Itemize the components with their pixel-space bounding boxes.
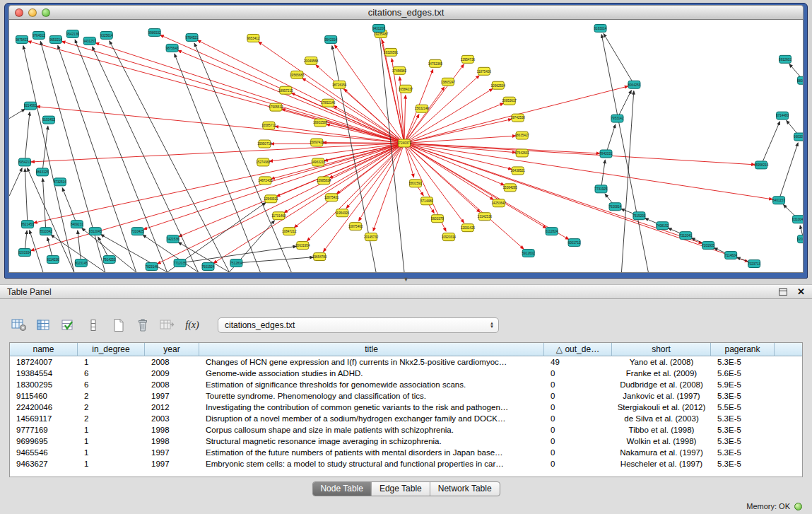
graph-node[interactable]: 7114824 [724, 252, 737, 259]
graph-node[interactable]: 20145732 [364, 233, 379, 241]
tab-network-table[interactable]: Network Table [430, 482, 500, 496]
table-row[interactable]: 911546021997Tourette syndrome. Phenomeno… [10, 390, 802, 402]
graph-node[interactable]: 9103452 [42, 116, 55, 124]
graph-node[interactable]: 17852146 [321, 99, 336, 107]
graph-node[interactable]: 6801591 [797, 76, 803, 84]
graph-node[interactable]: 17905512 [269, 103, 283, 111]
graph-node[interactable]: 15632148 [415, 105, 430, 112]
graph-node[interactable]: 6714480 [776, 112, 789, 119]
graph-node[interactable]: 7023713 [748, 260, 760, 268]
delete-table-icon[interactable] [134, 317, 152, 334]
graph-node[interactable]: 16584237 [399, 85, 413, 93]
table-row[interactable]: 1872400712008Changes of HCN gene express… [10, 356, 802, 368]
graph-node[interactable]: 5801591 [409, 180, 422, 187]
graph-node[interactable]: 6310046 [792, 216, 803, 223]
table-row[interactable]: 1830029562008Estimation of significance … [10, 379, 802, 390]
graph-node[interactable]: 16438521 [511, 167, 526, 175]
graph-node[interactable]: 15950718 [257, 140, 272, 148]
graph-node[interactable]: 13865247 [441, 78, 456, 86]
graph-node[interactable]: 7620814 [609, 203, 622, 211]
graph-node[interactable]: 20853617 [502, 97, 517, 105]
table-row[interactable]: 977716911998Corpus callosum shape and si… [10, 424, 802, 436]
graph-node[interactable]: 14752369 [428, 59, 443, 67]
create-column-icon[interactable] [10, 317, 28, 334]
graph-node[interactable]: 7201935 [702, 242, 714, 250]
graph-node[interactable]: 7601924 [202, 263, 215, 271]
column-header-in_degree[interactable]: in_degree [78, 343, 145, 356]
graph-node[interactable]: 6603379 [794, 133, 803, 141]
graph-node[interactable]: 6112824 [546, 228, 558, 235]
table-row[interactable]: 2242004622012Investigating the contribut… [10, 402, 802, 413]
graph-node[interactable]: 9214563 [24, 102, 37, 110]
graph-node[interactable]: 10875463 [348, 223, 363, 230]
graph-node[interactable]: 13142536 [478, 213, 493, 221]
memory-status-indicator[interactable] [794, 503, 802, 510]
graph-node[interactable]: 15958214 [754, 161, 769, 169]
graph-node[interactable]: 7512834 [230, 259, 243, 267]
graph-node[interactable]: 18326591 [384, 48, 399, 56]
graph-node[interactable]: 15274961 [256, 158, 271, 166]
column-header-short[interactable]: short [612, 343, 711, 356]
column-header-name[interactable]: name [10, 343, 78, 356]
graph-node[interactable]: 9653412 [247, 34, 259, 42]
function-builder-icon[interactable]: f(x) [183, 317, 201, 334]
graph-node[interactable]: 9653214 [49, 35, 62, 43]
zoom-button[interactable] [42, 8, 50, 17]
column-header-pagerank[interactable]: pagerank [711, 343, 775, 356]
graph-node[interactable]: 7310425 [131, 228, 144, 235]
table-row[interactable]: 946554611997Estimation of the future num… [10, 447, 802, 458]
graph-node[interactable]: 8114236 [47, 256, 59, 264]
window-titlebar[interactable]: citations_edges.txt [8, 5, 804, 20]
graph-node[interactable]: 20631954 [295, 242, 310, 250]
graph-node[interactable]: 7914253 [103, 256, 116, 264]
graph-node[interactable]: 8843125 [36, 168, 49, 176]
column-header-out_degree[interactable]: △ out_de… [544, 343, 612, 356]
table-row[interactable]: 969969511998Structural magnetic resonanc… [10, 436, 802, 447]
graph-node[interactable]: 16932587 [313, 119, 328, 127]
graph-node[interactable]: 9431257 [83, 37, 96, 45]
graph-node[interactable]: 10920314 [442, 233, 457, 241]
graph-node[interactable]: 8954213 [18, 158, 31, 166]
graph-node[interactable]: 12954736 [461, 55, 476, 63]
minimize-button[interactable] [28, 8, 37, 17]
graph-node[interactable]: 12875431 [324, 194, 339, 201]
graph-node[interactable]: 11875426 [477, 67, 491, 75]
graph-node[interactable]: 8621453 [21, 221, 34, 228]
graph-node[interactable]: 5912602 [522, 250, 535, 257]
select-rows-icon[interactable] [59, 317, 78, 334]
graph-node[interactable]: 14963215 [311, 158, 326, 166]
graph-node[interactable]: 15364285 [503, 184, 518, 192]
graph-node[interactable]: 9986532 [148, 28, 161, 36]
graph-node[interactable]: 9875421 [16, 35, 28, 43]
graph-node[interactable]: 8312045 [89, 228, 102, 235]
graph-node[interactable]: 9764521 [186, 33, 199, 41]
graph-node[interactable]: 18635427 [515, 132, 530, 139]
import-table-icon[interactable] [158, 317, 177, 334]
graph-node[interactable]: 7312041 [679, 232, 692, 240]
graph-node[interactable]: 8732514 [54, 178, 66, 186]
graph-node[interactable]: 14872435 [258, 177, 273, 185]
network-canvas[interactable]: 1724037220049568195656831895721517905512… [8, 20, 804, 273]
graph-node[interactable]: 17456982 [392, 66, 407, 74]
graph-node[interactable]: 7823146 [146, 263, 158, 271]
graph-node[interactable]: 7731925 [595, 185, 608, 193]
table-row[interactable]: 1456911722003Disruption of a novel membe… [10, 413, 802, 424]
close-button[interactable] [15, 8, 23, 17]
graph-node[interactable]: 5603379 [431, 215, 444, 223]
graph-node[interactable]: 7712035 [174, 259, 187, 267]
graph-node[interactable]: 5714480 [420, 197, 433, 205]
graph-node[interactable]: 8201934 [18, 249, 31, 257]
graph-node[interactable]: 20049568 [304, 57, 319, 64]
network-graph[interactable]: 1724037220049568195656831895721517905512… [9, 20, 803, 272]
graph-node[interactable]: 15897423 [310, 139, 324, 146]
column-header-title[interactable]: title [199, 343, 544, 356]
graph-node[interactable]: 8183014 [594, 24, 607, 32]
graph-node[interactable]: 18726154 [332, 81, 347, 88]
graph-node[interactable]: 7421536 [167, 235, 180, 243]
table-selector-dropdown[interactable]: citations_edges.txt ▲▼ [218, 317, 499, 333]
graph-node[interactable]: 8023145 [75, 259, 88, 267]
show-columns-icon[interactable] [35, 317, 53, 334]
graph-node[interactable]: 6001713 [568, 239, 581, 247]
graph-node[interactable]: 9542314 [324, 35, 337, 43]
graph-node[interactable]: 19654783 [312, 253, 327, 261]
